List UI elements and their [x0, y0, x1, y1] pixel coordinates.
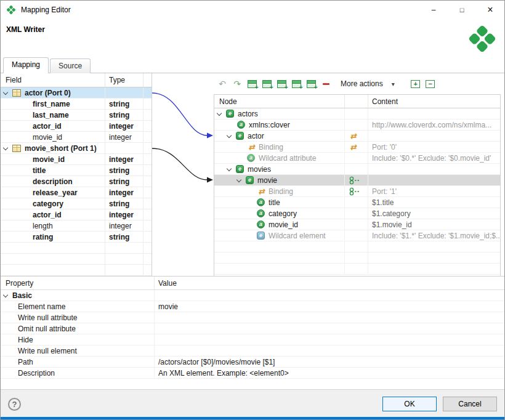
properties-filler — [1, 379, 504, 389]
property-row-hide[interactable]: Hide — [1, 334, 504, 345]
expand-chevron[interactable] — [217, 110, 222, 115]
property-group-basic[interactable]: Basic — [1, 290, 504, 301]
expand-chevron[interactable] — [227, 132, 232, 137]
wildcard-element-icon — [257, 232, 265, 240]
property-row-write-null-attribute[interactable]: Write null attribute — [1, 312, 504, 323]
tab-mapping[interactable]: Mapping — [3, 57, 49, 73]
field-row[interactable]: movie_id integer — [1, 154, 152, 165]
field-row[interactable]: last_name string — [1, 110, 152, 121]
group-label: Basic — [12, 291, 32, 300]
tree-row-movie[interactable]: movie — [214, 175, 500, 186]
tree-row-title[interactable]: title $1.title — [214, 197, 500, 208]
window-title: Mapping Editor — [21, 6, 71, 14]
property-value[interactable]: An XML element. Example: <element0> — [155, 368, 504, 378]
node-content — [368, 164, 500, 174]
element-icon — [236, 165, 244, 173]
field-type: integer — [105, 220, 143, 231]
node-label: actor — [248, 132, 264, 140]
ok-button[interactable]: OK — [382, 397, 437, 411]
field-name: description — [33, 177, 73, 186]
node-label: movie_id — [269, 220, 298, 229]
property-row-omit-null-attribute[interactable]: Omit null attribute — [1, 323, 504, 334]
property-row-write-null-element[interactable]: Write null element — [1, 345, 504, 357]
field-row[interactable]: description string — [1, 176, 152, 187]
tree-row-movies[interactable]: movies — [214, 164, 500, 175]
add-element-icon[interactable] — [277, 78, 286, 90]
node-label: Binding — [269, 187, 293, 196]
expand-chevron[interactable] — [227, 166, 232, 171]
field-row[interactable]: category string — [1, 198, 152, 209]
minimize-button[interactable]: – — [419, 1, 448, 19]
tree-row-wildcard-attribute[interactable]: Wildcard attribute Include: '$0.*' Exclu… — [214, 153, 500, 164]
field-row[interactable]: actor_id integer — [1, 209, 152, 220]
field-row[interactable]: actor_id integer — [1, 121, 152, 132]
add-sibling-element-icon[interactable] — [262, 78, 272, 90]
property-name: Write null element — [18, 347, 77, 355]
field-name: movie_short (Port 1) — [25, 144, 97, 153]
window-controls: – □ × — [419, 1, 504, 19]
property-name: Write null attribute — [18, 313, 78, 322]
property-name: Path — [18, 358, 33, 366]
close-button[interactable]: × — [476, 1, 504, 19]
expand-chevron[interactable] — [3, 292, 8, 297]
add-wildcard-attribute-icon[interactable] — [306, 78, 316, 90]
tree-row-movie-id[interactable]: movie_id $1.movie_id — [214, 219, 500, 230]
add-child-element-icon[interactable] — [247, 78, 257, 90]
node-label: category — [269, 209, 297, 218]
expand-all-icon[interactable] — [411, 78, 421, 90]
expand-chevron[interactable] — [3, 145, 8, 150]
property-value[interactable] — [155, 323, 504, 334]
expand-chevron[interactable] — [3, 89, 8, 94]
property-value[interactable] — [155, 345, 504, 356]
curved-arrow-right-icon[interactable]: ↷ — [232, 78, 242, 90]
tree-row-actors[interactable]: actors — [214, 108, 500, 119]
remove-node-icon[interactable] — [321, 78, 331, 90]
property-row-description[interactable]: Description An XML element. Example: <el… — [1, 368, 504, 379]
tree-row-category[interactable]: category $1.category — [214, 208, 500, 219]
node-label: movies — [248, 165, 271, 174]
field-row[interactable]: movie_id integer — [1, 132, 152, 143]
collapse-all-icon[interactable] — [426, 78, 435, 90]
property-value[interactable]: /actors/actor [$0]/movies/movie [$1] — [155, 357, 504, 367]
field-type: string — [105, 176, 143, 187]
more-actions-button[interactable]: More actions ▾ — [338, 78, 397, 89]
dialog-footer: ? OK Cancel — [1, 389, 504, 418]
cloverdx-logo-icon — [467, 24, 497, 54]
curved-arrow-left-icon[interactable]: ↶ — [217, 78, 227, 90]
empty-row — [214, 241, 500, 252]
field-row[interactable]: rating string — [1, 232, 152, 243]
add-attribute-icon[interactable] — [291, 78, 301, 90]
content-column-header: Content — [368, 95, 500, 108]
attribute-icon — [257, 198, 265, 206]
attribute-icon — [247, 154, 255, 162]
node-content: Include: '$0.*' Exclude: '$0.movie_id' — [368, 153, 500, 163]
field-row[interactable]: release_year integer — [1, 187, 152, 198]
tab-source[interactable]: Source — [50, 59, 91, 73]
field-name: category — [33, 200, 63, 208]
tab-bar: Mapping Source — [1, 57, 504, 73]
binding-icon: ⇄ — [349, 143, 358, 151]
cancel-button[interactable]: Cancel — [443, 397, 497, 411]
property-row-element-name[interactable]: Element name movie — [1, 301, 504, 312]
field-row[interactable]: length integer — [1, 220, 152, 232]
tree-row-xmlns-clover[interactable]: xmlns:clover http://www.cloverdx.com/ns/… — [214, 119, 500, 131]
node-content: $1.movie_id — [368, 219, 500, 230]
field-row[interactable]: title string — [1, 165, 152, 176]
property-value[interactable] — [155, 334, 504, 345]
maximize-button[interactable]: □ — [448, 1, 476, 19]
port-row-actor[interactable]: actor (Port 0) — [1, 87, 152, 99]
tree-row-actor[interactable]: actor ⇄ — [214, 131, 500, 142]
property-row-path[interactable]: Path /actors/actor [$0]/movies/movie [$1… — [1, 357, 504, 368]
tree-row-wildcard-element[interactable]: Wildcard element Include: '$1.*' Exclude… — [214, 230, 500, 241]
property-name: Hide — [18, 336, 33, 344]
port-row-movie-short[interactable]: movie_short (Port 1) — [1, 143, 152, 154]
property-value[interactable]: movie — [155, 301, 504, 312]
expand-chevron[interactable] — [236, 177, 241, 182]
node-column-header: Node — [214, 95, 345, 108]
tree-row-binding-movie[interactable]: ⇄Binding Port: '1' — [214, 186, 500, 197]
tree-row-binding-actor[interactable]: ⇄Binding ⇄ Port: '0' — [214, 142, 500, 153]
property-value[interactable] — [155, 312, 504, 323]
field-row[interactable]: first_name string — [1, 99, 152, 110]
field-name: last_name — [33, 111, 69, 119]
help-button[interactable]: ? — [8, 398, 21, 411]
